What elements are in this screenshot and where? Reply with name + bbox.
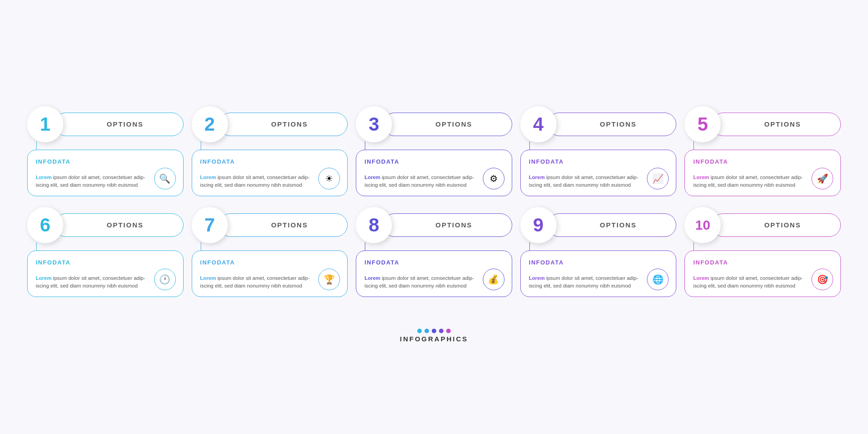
card-group-6: 6OPTIONSINFODATALorem ipsum dolor sit am… (27, 207, 184, 297)
connector-5 (693, 142, 841, 150)
info-card-8: INFODATALorem ipsum dolor sit amet, cons… (356, 250, 512, 297)
connector-7 (201, 242, 348, 250)
info-text-5: Lorem ipsum dolor sit amet, consectetuer… (693, 174, 807, 189)
top-pill-5: 5OPTIONS (684, 106, 841, 142)
icon-circle-1: 🔍 (154, 168, 176, 189)
number-circle-10: 10 (684, 207, 721, 243)
footer-dots (417, 329, 451, 333)
footer-label: INFOGRAPHICS (400, 335, 468, 343)
info-title-5: INFODATA (693, 158, 833, 165)
number-circle-8: 8 (356, 207, 392, 243)
options-pill-2: OPTIONS (219, 113, 348, 136)
icon-circle-7: 🏆 (318, 269, 340, 290)
info-title-10: INFODATA (693, 259, 833, 266)
info-text-9: Lorem ipsum dolor sit amet, consectetuer… (529, 274, 643, 290)
card-group-4: 4OPTIONSINFODATALorem ipsum dolor sit am… (520, 106, 677, 196)
top-pill-6: 6OPTIONS (27, 207, 184, 243)
icon-circle-9: 🌐 (647, 269, 669, 290)
info-body-8: Lorem ipsum dolor sit amet, consectetuer… (364, 269, 505, 290)
footer-dot (432, 329, 436, 333)
info-text-6: Lorem ipsum dolor sit amet, consectetuer… (36, 274, 150, 290)
info-body-6: Lorem ipsum dolor sit amet, consectetuer… (36, 269, 176, 290)
top-pill-7: 7OPTIONS (192, 207, 348, 243)
footer-dot (425, 329, 429, 333)
connector-9 (529, 242, 677, 250)
info-body-5: Lorem ipsum dolor sit amet, consectetuer… (693, 168, 833, 189)
options-pill-6: OPTIONS (54, 213, 184, 237)
info-text-4: Lorem ipsum dolor sit amet, consectetuer… (529, 174, 643, 189)
card-group-9: 9OPTIONSINFODATALorem ipsum dolor sit am… (520, 207, 677, 297)
connector-3 (365, 142, 512, 150)
info-text-2: Lorem ipsum dolor sit amet, consectetuer… (200, 174, 314, 189)
options-pill-7: OPTIONS (219, 213, 348, 237)
options-pill-9: OPTIONS (547, 213, 677, 237)
number-circle-7: 7 (192, 207, 228, 243)
icon-circle-2: ☀ (318, 168, 340, 189)
info-title-2: INFODATA (200, 158, 340, 165)
connector-2 (201, 142, 348, 150)
footer-dot (446, 329, 451, 333)
icon-circle-6: 🕐 (154, 269, 176, 290)
info-body-9: Lorem ipsum dolor sit amet, consectetuer… (529, 269, 669, 290)
info-title-1: INFODATA (36, 158, 176, 165)
options-pill-10: OPTIONS (712, 213, 841, 237)
main-grid: 1OPTIONSINFODATALorem ipsum dolor sit am… (0, 88, 868, 315)
connector-1 (36, 142, 184, 150)
info-title-6: INFODATA (36, 259, 176, 266)
info-body-4: Lorem ipsum dolor sit amet, consectetuer… (529, 168, 669, 189)
info-text-1: Lorem ipsum dolor sit amet, consectetuer… (36, 174, 150, 189)
info-title-8: INFODATA (364, 259, 505, 266)
icon-circle-5: 🚀 (811, 168, 833, 189)
number-circle-5: 5 (684, 106, 721, 142)
info-text-10: Lorem ipsum dolor sit amet, consectetuer… (693, 274, 807, 290)
footer-section: INFOGRAPHICS (400, 315, 468, 346)
card-group-2: 2OPTIONSINFODATALorem ipsum dolor sit am… (192, 106, 348, 196)
card-group-7: 7OPTIONSINFODATALorem ipsum dolor sit am… (192, 207, 348, 297)
top-pill-9: 9OPTIONS (520, 207, 677, 243)
top-pill-4: 4OPTIONS (520, 106, 677, 142)
number-circle-3: 3 (356, 106, 392, 142)
info-title-3: INFODATA (364, 158, 505, 165)
connector-6 (36, 242, 184, 250)
card-group-1: 1OPTIONSINFODATALorem ipsum dolor sit am… (27, 106, 184, 196)
options-pill-3: OPTIONS (383, 113, 512, 136)
info-body-3: Lorem ipsum dolor sit amet, consectetuer… (364, 168, 505, 189)
top-pill-1: 1OPTIONS (27, 106, 184, 142)
info-text-7: Lorem ipsum dolor sit amet, consectetuer… (200, 274, 314, 290)
info-body-2: Lorem ipsum dolor sit amet, consectetuer… (200, 168, 340, 189)
top-pill-2: 2OPTIONS (192, 106, 348, 142)
card-group-3: 3OPTIONSINFODATALorem ipsum dolor sit am… (356, 106, 512, 196)
info-text-8: Lorem ipsum dolor sit amet, consectetuer… (364, 274, 478, 290)
info-title-7: INFODATA (200, 259, 340, 266)
top-pill-8: 8OPTIONS (356, 207, 512, 243)
info-body-7: Lorem ipsum dolor sit amet, consectetuer… (200, 269, 340, 290)
connector-8 (365, 242, 512, 250)
info-card-2: INFODATALorem ipsum dolor sit amet, cons… (192, 150, 348, 196)
info-card-9: INFODATALorem ipsum dolor sit amet, cons… (520, 250, 677, 297)
icon-circle-8: 💰 (483, 269, 505, 290)
info-card-5: INFODATALorem ipsum dolor sit amet, cons… (684, 150, 841, 196)
icon-circle-4: 📈 (647, 168, 669, 189)
connector-10 (693, 242, 841, 250)
info-card-1: INFODATALorem ipsum dolor sit amet, cons… (27, 150, 184, 196)
info-title-4: INFODATA (529, 158, 669, 165)
info-title-9: INFODATA (529, 259, 669, 266)
options-pill-5: OPTIONS (712, 113, 841, 136)
info-card-4: INFODATALorem ipsum dolor sit amet, cons… (520, 150, 677, 196)
card-group-8: 8OPTIONSINFODATALorem ipsum dolor sit am… (356, 207, 512, 297)
icon-circle-10: 🎯 (811, 269, 833, 290)
number-circle-6: 6 (27, 207, 63, 243)
number-circle-4: 4 (520, 106, 557, 142)
info-card-7: INFODATALorem ipsum dolor sit amet, cons… (192, 250, 348, 297)
info-card-3: INFODATALorem ipsum dolor sit amet, cons… (356, 150, 512, 196)
number-circle-2: 2 (192, 106, 228, 142)
info-text-3: Lorem ipsum dolor sit amet, consectetuer… (364, 174, 478, 189)
connector-4 (529, 142, 677, 150)
number-circle-1: 1 (27, 106, 63, 142)
info-card-10: INFODATALorem ipsum dolor sit amet, cons… (684, 250, 841, 297)
icon-circle-3: ⚙ (483, 168, 505, 189)
footer-dot (417, 329, 422, 333)
card-group-5: 5OPTIONSINFODATALorem ipsum dolor sit am… (684, 106, 841, 196)
footer-dot (439, 329, 443, 333)
options-pill-8: OPTIONS (383, 213, 512, 237)
